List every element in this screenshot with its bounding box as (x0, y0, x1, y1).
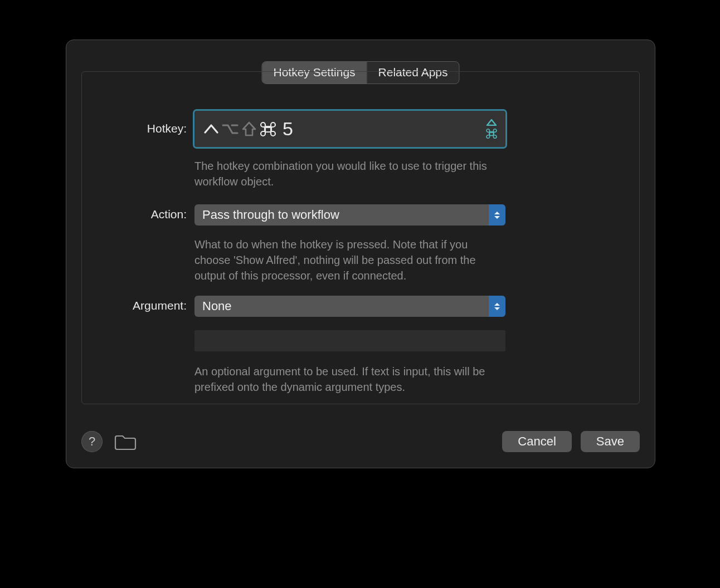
modifier-shift-icon (240, 120, 258, 138)
hotkey-clear-icon[interactable] (485, 119, 498, 140)
settings-panel: Hotkey: (81, 71, 640, 404)
modifier-command-icon (259, 120, 277, 138)
argument-text-input[interactable] (194, 330, 505, 351)
argument-label: Argument: (82, 296, 194, 312)
hotkey-key: 5 (283, 118, 293, 140)
hotkey-help-text: The hotkey combination you would like to… (194, 158, 505, 189)
hotkey-input[interactable]: 5 (194, 111, 505, 147)
cancel-button[interactable]: Cancel (502, 431, 571, 452)
modifier-control-icon (202, 120, 220, 138)
hotkey-label: Hotkey: (82, 111, 194, 135)
argument-select-value: None (202, 299, 232, 313)
help-button[interactable]: ? (81, 431, 103, 452)
select-arrows-icon (489, 204, 505, 226)
argument-select[interactable]: None (194, 296, 505, 317)
reveal-folder-button[interactable] (114, 433, 137, 450)
action-select[interactable]: Pass through to workflow (194, 204, 505, 226)
action-help-text: What to do when the hotkey is pressed. N… (194, 237, 505, 283)
hotkey-settings-dialog: Hotkey Settings Related Apps Hotkey: (66, 40, 655, 468)
dialog-footer: ? Cancel Save (81, 431, 640, 452)
modifier-option-icon (221, 120, 239, 138)
select-arrows-icon (489, 296, 505, 317)
save-button[interactable]: Save (581, 431, 640, 452)
action-label: Action: (82, 204, 194, 221)
action-select-value: Pass through to workflow (202, 208, 339, 222)
argument-help-text: An optional argument to be used. If text… (194, 364, 505, 395)
